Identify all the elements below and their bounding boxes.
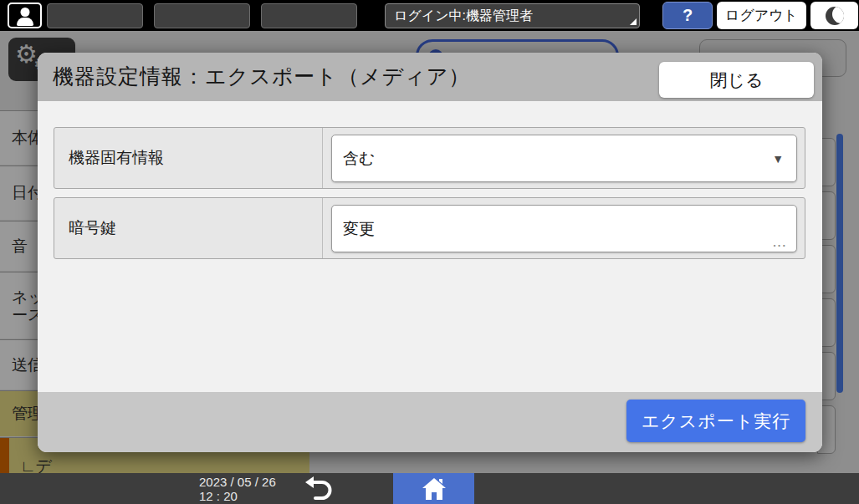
more-options-icon: ... bbox=[773, 237, 787, 249]
bottom-navigation-bar: 2023 / 05 / 26 12 : 20 bbox=[0, 473, 859, 504]
export-media-dialog: 機器設定情報：エクスポート（メディア） 閉じる 機器固有情報 含む ▼ 暗号鍵 … bbox=[38, 53, 822, 452]
time-text: 12 : 20 bbox=[199, 489, 276, 503]
datetime-display: 2023 / 05 / 26 12 : 20 bbox=[199, 475, 276, 503]
dialog-header: 機器設定情報：エクスポート（メディア） 閉じる bbox=[38, 53, 822, 101]
home-icon bbox=[421, 476, 447, 501]
device-unique-info-dropdown[interactable]: 含む ▼ bbox=[331, 135, 797, 182]
dialog-footer: エクスポート実行 bbox=[38, 392, 822, 452]
user-button[interactable] bbox=[8, 3, 42, 28]
logout-button[interactable]: ログアウト bbox=[717, 2, 806, 29]
back-arrow-icon bbox=[301, 476, 336, 501]
moon-icon bbox=[826, 7, 844, 25]
sleep-mode-button[interactable] bbox=[810, 2, 858, 29]
top-tab-placeholder-3[interactable] bbox=[261, 3, 357, 28]
dropdown-corner-icon bbox=[630, 18, 637, 25]
dialog-body: 機器固有情報 含む ▼ 暗号鍵 変更 ... bbox=[38, 101, 822, 392]
device-unique-info-row: 機器固有情報 含む ▼ bbox=[54, 127, 805, 189]
dropdown-value: 含む bbox=[343, 148, 375, 170]
top-system-bar: ログイン中:機器管理者 ? ログアウト bbox=[0, 0, 859, 31]
device-unique-info-label: 機器固有情報 bbox=[54, 128, 323, 188]
execute-export-button[interactable]: エクスポート実行 bbox=[626, 400, 805, 442]
chevron-down-icon: ▼ bbox=[772, 152, 784, 165]
button-value: 変更 bbox=[343, 218, 375, 240]
help-button[interactable]: ? bbox=[662, 2, 713, 29]
login-status-dropdown[interactable]: ログイン中:機器管理者 bbox=[385, 3, 640, 28]
user-icon bbox=[16, 8, 34, 26]
encryption-key-change-button[interactable]: 変更 ... bbox=[331, 205, 797, 252]
top-tab-placeholder-2[interactable] bbox=[154, 3, 250, 28]
top-tab-placeholder-1[interactable] bbox=[47, 3, 143, 28]
device-touch-screen: ログイン中:機器管理者 ? ログアウト ⚙ ⚙ 本体 日付 音 bbox=[0, 0, 859, 504]
date-text: 2023 / 05 / 26 bbox=[199, 475, 276, 489]
dialog-title: 機器設定情報：エクスポート（メディア） bbox=[53, 63, 470, 90]
close-button[interactable]: 閉じる bbox=[659, 62, 814, 98]
login-status-label: ログイン中:機器管理者 bbox=[394, 8, 533, 23]
back-button[interactable] bbox=[301, 476, 341, 501]
encryption-key-row: 暗号鍵 変更 ... bbox=[54, 197, 805, 259]
encryption-key-label: 暗号鍵 bbox=[54, 198, 323, 258]
home-button[interactable] bbox=[393, 473, 474, 504]
